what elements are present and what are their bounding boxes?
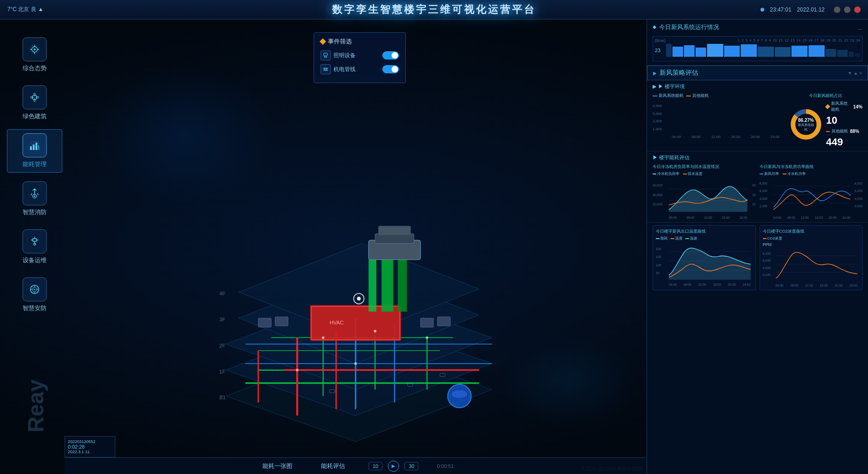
title-bar: 7°C 北京 良 ▲ 数字孪生智慧楼宇三维可视化运营平台 23:47:01 20…	[0, 0, 868, 19]
filter-item-mep[interactable]: 机电管线	[321, 64, 399, 74]
设备运维-icon	[23, 229, 47, 253]
legend-wind: 新风系统能耗	[659, 93, 684, 99]
svg-point-1	[34, 48, 36, 50]
sidebar-item-综合态势[interactable]: 综合态势	[7, 33, 62, 77]
svg-rect-18	[36, 143, 37, 150]
energy-eval-section: ▶ 楼宇能耗评估 今日冷冻机房负荷率与回水温度情况 冷水机负荷率 回水温度	[647, 151, 868, 222]
filter-lighting-left: 照明设备	[321, 50, 356, 60]
sidebar-label-综合态势: 综合态势	[23, 64, 47, 72]
svg-rect-54	[378, 226, 410, 235]
energy-chart1: 今日冷冻机房负荷率与回水温度情况 冷水机负荷率 回水温度 60,00040,00…	[653, 164, 756, 219]
sidebar: 综合态势 绿色建筑	[0, 19, 69, 474]
strategy-controls[interactable]: ▼ ▲ ×	[848, 71, 862, 76]
diamond-icon	[320, 38, 326, 45]
svg-rect-57	[421, 318, 434, 327]
outlet-svg	[669, 242, 751, 280]
env-section: ▶▶ 楼宇环境 新风系统能耗 其他能耗 4,0003,0002,	[647, 80, 868, 151]
energy-eval-charts: 今日冷冻机房负荷率与回水温度情况 冷水机负荷率 回水温度 60,00040,00…	[653, 164, 862, 219]
filter-item-lighting[interactable]: 照明设备	[321, 50, 399, 60]
player-controls: 10 ▶ 30	[369, 461, 419, 472]
energy-map-button[interactable]: 能耗一张图	[257, 460, 297, 473]
env-bar-chart: 新风系统能耗 其他能耗 4,0003,0002,0001,000	[653, 93, 785, 148]
lighting-toggle[interactable]	[382, 51, 399, 60]
svg-point-30	[34, 243, 36, 245]
bottom-charts-row: 今日楼宇新风出口温度曲线 能耗 温度 温差 20015010050	[647, 222, 868, 293]
strategy-title-bar: 新风策略评估 ▼ ▲ ×	[647, 66, 868, 80]
donut-legend: 新风系统能耗 14% 10 其他能耗 88% 449	[826, 101, 862, 148]
sidebar-item-绿色建筑[interactable]: 绿色建筑	[7, 81, 62, 125]
svg-text:B1: B1	[220, 395, 226, 400]
energy-today-title: 今日新风能耗占比	[789, 93, 862, 99]
corner-code: 20220312055​2	[68, 439, 112, 444]
lighting-label: 照明设备	[333, 52, 356, 60]
svg-point-66	[296, 369, 299, 372]
chart2-title: 今日新风与冷冻机房功率曲线	[760, 164, 863, 170]
timeline-header: (time) 123456789101112131415161718192021…	[655, 38, 860, 43]
event-filter-title: 事件筛选	[321, 37, 399, 46]
outlet-temp-legend: 能耗 温度 温差	[656, 236, 753, 241]
chart1-svg	[669, 178, 748, 212]
svg-point-63	[322, 336, 325, 339]
chart1-title: 今日冷冻机房负荷率与回水温度情况	[653, 164, 756, 170]
svg-point-62	[357, 297, 361, 300]
play-button[interactable]: ▶	[388, 461, 399, 472]
outlet-temp-title: 今日楼宇新风出口温度曲线	[656, 228, 753, 234]
svg-rect-55	[258, 318, 271, 327]
title-bar-right: 23:47:01 2022.01.12	[761, 6, 861, 13]
svg-point-67	[354, 362, 357, 365]
right-panel: 今日新风系统运行情况 — (time) 12345678910111213141…	[647, 19, 868, 474]
minimize-button[interactable]	[834, 6, 840, 13]
sidebar-label-绿色建筑: 绿色建筑	[23, 112, 47, 120]
sidebar-item-设备运维[interactable]: 设备运维	[7, 225, 62, 269]
mep-icon	[321, 64, 331, 74]
sidebar-item-智慧安防[interactable]: 智慧安防	[7, 273, 62, 317]
building-area: HVAC	[65, 19, 647, 474]
timeline-chart: (time) 123456789101112131415161718192021…	[653, 36, 862, 61]
app-title: 数字孪生智慧楼宇三维可视化运营平台	[332, 3, 536, 17]
co2-area: 8,0006,0004,0002,000 04:0008:0012:0016:0…	[763, 248, 860, 287]
sidebar-item-能耗管理[interactable]: 能耗管理	[7, 129, 62, 173]
svg-rect-27	[33, 239, 36, 241]
chart1-legend: 冷水机负荷率 回水温度	[653, 171, 756, 176]
energy-eval-title: ▶ 楼宇能耗评估	[653, 154, 862, 161]
chart2-legend: 新风功率 冷水机功率	[760, 171, 863, 176]
svg-text:HVAC: HVAC	[330, 320, 344, 325]
maximize-button[interactable]	[844, 6, 850, 13]
window-controls[interactable]	[834, 6, 861, 13]
event-filter-label: 事件筛选	[328, 37, 352, 46]
energy-eval-button[interactable]: 能耗评估	[316, 460, 350, 473]
close-button[interactable]	[854, 6, 861, 13]
ready-watermark: Reay	[23, 379, 48, 432]
svg-rect-16	[30, 146, 32, 150]
svg-text:2F: 2F	[220, 343, 226, 348]
chart1-area: 60,00040,00020,000 201510	[653, 178, 756, 219]
panel-close[interactable]: —	[858, 26, 862, 31]
corner-info-box: 20220312055​2 0:02:28 2022.3.1 11	[65, 436, 115, 457]
ppm-label: PPM	[763, 242, 860, 247]
mep-label: 机电管线	[333, 66, 356, 73]
svg-rect-51	[369, 260, 376, 312]
综合态势-icon	[23, 37, 47, 61]
timer2: 30	[404, 462, 418, 470]
date-display: 2022.01.12	[797, 6, 825, 13]
corner-date: 2022.3.1 11	[68, 450, 112, 454]
env-right: 今日新风能耗占比 86.27% 新风系统能耗	[789, 93, 862, 148]
svg-point-65	[426, 336, 428, 339]
building-svg: HVAC	[65, 19, 647, 474]
weather-info: 7°C 北京 良 ▲	[7, 6, 43, 13]
filter-mep-left: 机电管线	[321, 64, 356, 74]
lighting-icon	[321, 50, 331, 60]
timer1: 10	[369, 462, 382, 470]
svg-rect-53	[375, 234, 414, 243]
chart2-svg	[773, 178, 851, 212]
co2-chart: 今日楼宇CO2浓度曲线 CO2浓度 PPM 8,0006,0004,0002,0…	[760, 225, 863, 290]
co2-legend: CO2浓度	[763, 236, 860, 241]
status-bar: 能耗一张图 能耗评估 10 ▶ 30 0:00:51	[65, 457, 647, 474]
co2-title: 今日楼宇CO2浓度曲线	[763, 228, 860, 234]
绿色建筑-icon	[23, 85, 47, 109]
sidebar-label-智慧安防: 智慧安防	[23, 304, 47, 312]
mep-toggle[interactable]	[382, 65, 399, 73]
sidebar-item-智慧消防[interactable]: 智慧消防	[7, 177, 62, 221]
co2-svg	[776, 248, 858, 281]
env-row: 新风系统能耗 其他能耗 4,0003,0002,0001,000	[653, 93, 862, 148]
